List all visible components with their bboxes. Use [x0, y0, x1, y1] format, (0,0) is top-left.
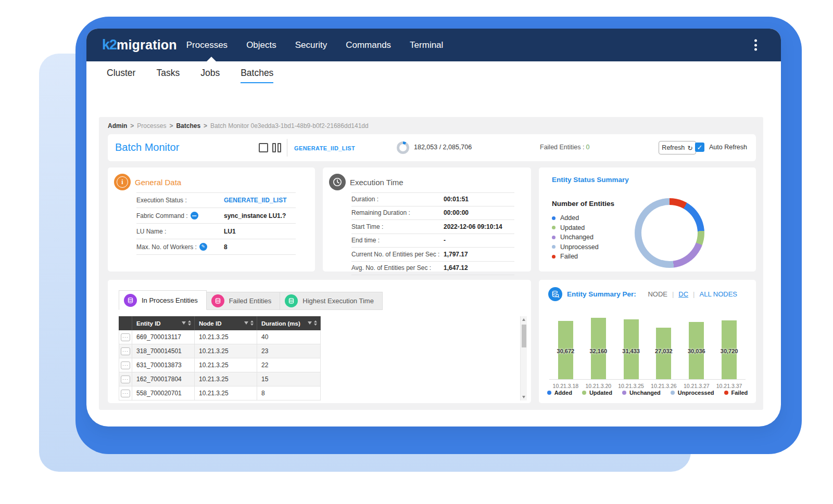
nav-item-processes[interactable]: Processes — [186, 40, 228, 50]
row-label: Remaining Duration : — [351, 209, 410, 216]
subnav-item-cluster[interactable]: Cluster — [107, 68, 135, 82]
nav-item-objects[interactable]: Objects — [246, 40, 276, 50]
scroll-up-icon[interactable] — [522, 318, 525, 321]
funnel-icon[interactable] — [244, 321, 248, 325]
row-label: Duration : — [351, 196, 378, 203]
execution-time-table: Duration :00:01:51Remaining Duration :00… — [351, 192, 514, 275]
row-menu-cell: ··· — [119, 330, 132, 344]
row-label: End time : — [351, 237, 380, 244]
sort-arrows-icon[interactable] — [188, 320, 191, 326]
refresh-label: Refresh — [662, 144, 685, 151]
cell-entity-id: 631_700013873 — [132, 358, 195, 372]
breadcrumb-separator: > — [169, 122, 173, 130]
ellipsis-icon[interactable]: ··· — [121, 390, 130, 397]
cell-duration-ms-: 15 — [257, 372, 321, 386]
pause-icon[interactable] — [272, 143, 281, 152]
cell-entity-id: 669_700013117 — [132, 330, 195, 344]
failed-entities: Failed Entities :0 — [540, 144, 589, 151]
breadcrumb-item[interactable]: Admin — [108, 122, 127, 130]
auto-refresh-checkbox[interactable]: ✓ — [695, 143, 704, 152]
progress-ring-icon — [397, 141, 409, 154]
refresh-button[interactable]: Refresh ↻ — [659, 141, 696, 154]
data-row: End time :- — [351, 234, 514, 248]
cell-node-id: 10.21.3.25 — [195, 344, 257, 358]
execution-status-link[interactable]: GENERATE_IID_LIST — [294, 145, 355, 151]
ellipsis-icon[interactable]: ··· — [121, 376, 130, 383]
table-row: ···558_70002070110.21.3.258 — [119, 386, 321, 400]
cell-node-id: 10.21.3.25 — [195, 386, 257, 400]
row-value: - — [444, 237, 446, 244]
nav-item-security[interactable]: Security — [295, 40, 327, 50]
edit-badge-icon[interactable]: ✎ — [199, 243, 207, 251]
legend-dot — [552, 226, 556, 229]
vertical-scrollbar[interactable] — [520, 316, 527, 400]
legend-item-failed: Failed — [724, 390, 748, 396]
ellipsis-icon[interactable]: ··· — [121, 333, 130, 341]
ellipsis-badge-icon[interactable]: ••• — [191, 212, 198, 219]
top-navbar: k2migration ProcessesObjectsSecurityComm… — [86, 29, 781, 61]
funnel-icon[interactable] — [182, 321, 186, 325]
row-value: 00:00:00 — [444, 209, 469, 216]
cell-node-id: 10.21.3.25 — [195, 330, 257, 344]
legend-label: Unprocessed — [560, 243, 599, 251]
database-gear-icon — [124, 294, 137, 307]
database-error-icon — [211, 294, 224, 307]
entity-status-legend-title: Number of Entities — [552, 200, 614, 208]
execution-time-title: Execution Time — [350, 178, 403, 187]
kebab-menu-icon[interactable] — [751, 36, 760, 54]
nav-item-terminal[interactable]: Terminal — [410, 40, 443, 50]
data-row: Remaining Duration :00:00:00 — [351, 206, 514, 221]
ellipsis-icon[interactable]: ··· — [121, 361, 130, 369]
legend-item-failed: Failed — [552, 252, 599, 262]
active-nav-caret-icon — [207, 57, 216, 61]
legend-dot — [547, 391, 551, 395]
row-label: Execution Status : — [136, 197, 187, 204]
entity-status-donut-chart — [635, 198, 704, 268]
table-row: ···318_70001450110.21.3.2523 — [119, 344, 321, 358]
tab-in-process-entities[interactable]: In Process Entities — [119, 290, 207, 310]
breadcrumb: Admin>Processes>Batches>Batch Monitor 0e… — [108, 122, 369, 130]
header-cell-entity-id[interactable]: Entity ID — [132, 316, 195, 330]
tab-highest-execution-time[interactable]: Highest Execution Time — [280, 292, 383, 310]
legend-item-updated: Updated — [582, 390, 612, 396]
bar-value-label: 32,160 — [582, 348, 615, 354]
grid-header: Entity IDNode IDDuration (ms) — [119, 316, 321, 330]
legend-label: Failed — [731, 390, 748, 396]
divider — [287, 139, 287, 157]
subnav-item-batches[interactable]: Batches — [241, 68, 273, 83]
legend-item-unchanged: Unchanged — [622, 390, 661, 396]
data-row: Current No. of Entities per Sec :1,797.1… — [351, 248, 514, 262]
tab-failed-entities[interactable]: Failed Entities — [207, 292, 281, 310]
subnav-item-jobs[interactable]: Jobs — [200, 68, 220, 82]
progress-count: 182,053 / 2,085,706 — [414, 144, 472, 151]
row-label: Fabric Command :••• — [136, 212, 198, 219]
table-row: ···631_70001387310.21.3.2522 — [119, 358, 321, 372]
breadcrumb-item[interactable]: Processes — [137, 122, 166, 130]
breadcrumb-item[interactable]: Batch Monitor 0e3edda3-1bd1-48b9-b0f2-21… — [210, 122, 369, 130]
scrollbar-thumb[interactable] — [522, 325, 526, 347]
sort-arrows-icon[interactable] — [250, 320, 254, 326]
ellipsis-icon[interactable]: ··· — [121, 347, 130, 355]
main-nav: ProcessesObjectsSecurityCommandsTerminal — [186, 40, 444, 50]
nav-item-commands[interactable]: Commands — [346, 40, 391, 50]
stop-icon[interactable] — [259, 143, 268, 152]
cell-duration-ms-: 23 — [257, 344, 321, 358]
batch-monitor-header: Batch Monitor GENERATE_IID_LIST 182,053 … — [108, 134, 756, 161]
legend-dot — [552, 255, 556, 259]
row-label: Current No. of Entities per Sec : — [351, 251, 439, 258]
x-axis — [549, 379, 746, 380]
legend-item-added: Added — [552, 213, 599, 223]
subnav-item-tasks[interactable]: Tasks — [156, 68, 180, 82]
header-cell-duration-ms-[interactable]: Duration (ms) — [257, 316, 321, 330]
row-label: Max. No. of Workers :✎ — [136, 243, 207, 251]
bar-chart-legend: AddedUpdatedUnchangedUnprocessedFailed — [539, 390, 756, 396]
header-cell-node-id[interactable]: Node ID — [195, 316, 257, 330]
cell-entity-id: 558_700020701 — [132, 386, 195, 400]
sort-arrows-icon[interactable] — [314, 320, 317, 326]
breadcrumb-item[interactable]: Batches — [176, 122, 200, 130]
funnel-icon[interactable] — [308, 321, 312, 325]
bar-value-label: 30,720 — [713, 348, 746, 354]
breadcrumb-separator: > — [130, 122, 134, 130]
scroll-down-icon[interactable] — [522, 396, 525, 398]
x-tick-label: 10.21.3.37 — [710, 383, 749, 389]
